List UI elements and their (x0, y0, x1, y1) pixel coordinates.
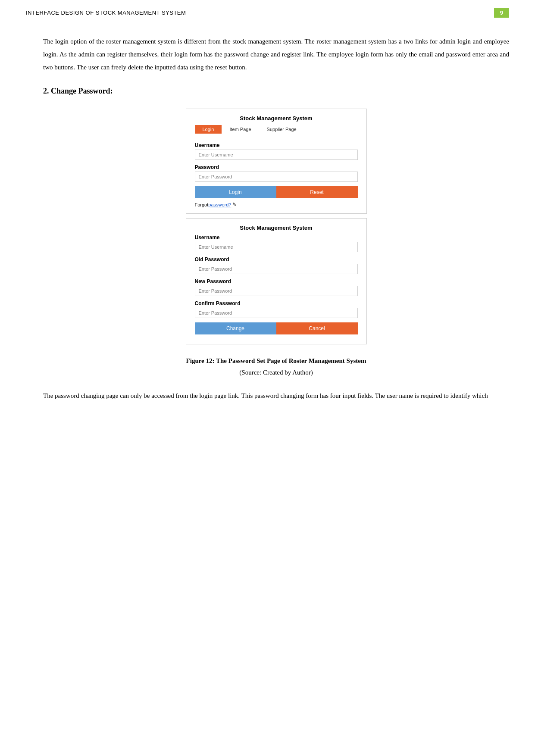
cp-username-input[interactable] (195, 242, 358, 252)
nav-supplier-page[interactable]: Supplier Page (259, 125, 304, 134)
new-password-label: New Password (195, 278, 358, 284)
change-button[interactable]: Change (195, 322, 276, 334)
username-label: Username (195, 142, 358, 148)
login-button[interactable]: Login (195, 186, 276, 198)
forgot-row: Forgot password? ✎ (195, 202, 358, 207)
password-input[interactable] (195, 172, 358, 182)
forgot-password-link[interactable]: password? (208, 202, 231, 207)
confirm-password-group: Confirm Password (195, 300, 358, 318)
figure-caption: Figure 12: The Password Set Page of Rost… (43, 357, 509, 365)
figure2-title: Stock Management System (195, 225, 358, 231)
bottom-paragraph: The password changing page can only be a… (43, 389, 509, 402)
nav-bar: Login Item Page Supplier Page (195, 125, 358, 134)
confirm-password-label: Confirm Password (195, 300, 358, 306)
document-title: INTERFACE DESIGN OF STOCK MANAGEMENT SYS… (26, 9, 186, 16)
reset-button[interactable]: Reset (276, 186, 358, 198)
nav-item-page[interactable]: Item Page (222, 125, 259, 134)
cancel-button[interactable]: Cancel (276, 322, 358, 334)
figures-container: Stock Management System Login Item Page … (43, 109, 509, 344)
page-header: INTERFACE DESIGN OF STOCK MANAGEMENT SYS… (0, 0, 535, 22)
button-row: Login Reset (195, 186, 358, 198)
forgot-text: Forgot (195, 202, 209, 207)
main-content: The login option of the roster managemen… (0, 22, 535, 415)
new-password-input[interactable] (195, 286, 358, 296)
nav-login[interactable]: Login (195, 125, 222, 134)
password-label: Password (195, 164, 358, 170)
cp-button-row: Change Cancel (195, 322, 358, 334)
figure-source: (Source: Created by Author) (43, 369, 509, 376)
page-number: 9 (494, 8, 509, 18)
confirm-password-input[interactable] (195, 308, 358, 318)
cp-username-label: Username (195, 234, 358, 241)
figure-change-password-box: Stock Management System Username Old Pas… (186, 218, 367, 344)
figure-login-box: Stock Management System Login Item Page … (186, 109, 367, 214)
old-password-input[interactable] (195, 264, 358, 274)
username-input[interactable] (195, 150, 358, 160)
cursor-placeholder: ✎ (232, 202, 236, 207)
new-password-group: New Password (195, 278, 358, 296)
old-password-label: Old Password (195, 256, 358, 262)
password-group: Password (195, 164, 358, 182)
section-heading: 2. Change Password: (43, 87, 509, 96)
username-group: Username (195, 142, 358, 160)
figure1-title: Stock Management System (195, 115, 358, 122)
cp-username-group: Username (195, 234, 358, 252)
body-paragraph: The login option of the roster managemen… (43, 35, 509, 74)
old-password-group: Old Password (195, 256, 358, 274)
